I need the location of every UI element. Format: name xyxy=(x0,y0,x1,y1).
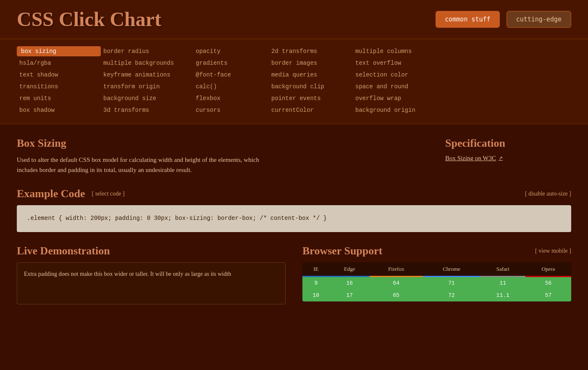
demo-box-container: Extra padding does not make this box wid… xyxy=(17,262,286,304)
nav-item-overflow-wrap[interactable]: overflow wrap xyxy=(353,93,445,103)
browser-cell: 9 xyxy=(302,276,330,289)
nav-item-3d-transforms[interactable]: 3d transforms xyxy=(101,105,193,115)
browser-cell: 56 xyxy=(525,276,571,289)
browser-col-firefox: Firefox xyxy=(370,262,423,277)
nav-item-transitions[interactable]: transitions xyxy=(17,82,101,92)
nav-item-text-overflow[interactable]: text overflow xyxy=(353,58,445,68)
spec-link[interactable]: Box Sizing on W3C ↗ xyxy=(445,155,571,162)
info-row: Box Sizing Used to alter the default CSS… xyxy=(17,137,571,175)
browser-cell: 71 xyxy=(423,276,480,289)
nav-item-media-queries[interactable]: media queries xyxy=(269,70,353,80)
nav-item-background-clip[interactable]: background clip xyxy=(269,82,353,92)
nav-item-box-sizing[interactable]: box sizing xyxy=(17,46,101,56)
browser-cell: 57 xyxy=(525,289,571,301)
browser-col-chrome: Chrome xyxy=(423,262,480,277)
example-code-title: Example Code xyxy=(17,188,85,200)
info-right: Specification Box Sizing on W3C ↗ xyxy=(445,137,571,175)
section-desc: Used to alter the default CSS box model … xyxy=(17,155,260,175)
header: CSS Click Chart common stuff cutting-edg… xyxy=(0,0,588,40)
nav-section: box sizingborder radiusopacity2d transfo… xyxy=(0,40,588,124)
nav-item-opacity[interactable]: opacity xyxy=(193,46,269,56)
nav-item-multiple-columns[interactable]: multiple columns xyxy=(353,46,445,56)
browser-col-opera: Opera xyxy=(525,262,571,277)
site-title: CSS Click Chart xyxy=(17,8,161,31)
code-block: .element { width: 200px; padding: 0 30px… xyxy=(17,205,571,232)
nav-item-hslargba[interactable]: hsla/rgba xyxy=(17,58,101,68)
nav-grid: box sizingborder radiusopacity2d transfo… xyxy=(17,46,571,115)
nav-item-background-origin[interactable]: background origin xyxy=(353,105,445,115)
nav-item-multiple-backgrounds[interactable]: multiple backgrounds xyxy=(101,58,193,68)
nav-item-background-size[interactable]: background size xyxy=(101,93,193,103)
browser-cell: 17 xyxy=(330,289,370,301)
disable-auto-size-link[interactable]: [ disable auto-size ] xyxy=(525,190,571,197)
browser-support-table: IEEdgeFirefoxChromeSafariOpera9166471115… xyxy=(302,262,571,301)
browser-cell: 72 xyxy=(423,289,480,301)
browser-cell: 11.1 xyxy=(480,289,525,301)
info-left: Box Sizing Used to alter the default CSS… xyxy=(17,137,428,175)
browser-section: Browser Support [ view mobile ] IEEdgeFi… xyxy=(302,245,571,304)
header-buttons: common stuff cutting-edge xyxy=(436,11,571,28)
spec-link-text: Box Sizing on W3C xyxy=(445,155,496,162)
external-link-icon: ↗ xyxy=(499,155,503,161)
nav-item-keyframe-animations[interactable]: keyframe animations xyxy=(101,70,193,80)
nav-item-selection-color[interactable]: selection color xyxy=(353,70,445,80)
nav-item-flexbox[interactable]: flexbox xyxy=(193,93,269,103)
bottom-row: Live Demonstration Extra padding does no… xyxy=(17,245,571,304)
nav-item-currentColor[interactable]: currentColor xyxy=(269,105,353,115)
live-demo-title: Live Demonstration xyxy=(17,245,286,257)
view-mobile-link[interactable]: [ view mobile ] xyxy=(535,248,571,254)
section-title: Box Sizing xyxy=(17,137,428,150)
example-title-row: Example Code [ select code ] xyxy=(17,188,125,200)
nav-item-space-and-round[interactable]: space and round xyxy=(353,82,445,92)
browser-support-title: Browser Support xyxy=(302,245,382,257)
nav-item-rem-units[interactable]: rem units xyxy=(17,93,101,103)
nav-item-pointer-events[interactable]: pointer events xyxy=(269,93,353,103)
nav-item-gradients[interactable]: gradients xyxy=(193,58,269,68)
nav-item-transform-origin[interactable]: transform origin xyxy=(101,82,193,92)
nav-item-border-images[interactable]: border images xyxy=(269,58,353,68)
browser-cell: 16 xyxy=(330,276,370,289)
nav-item-border-radius[interactable]: border radius xyxy=(101,46,193,56)
browser-cell: 11 xyxy=(480,276,525,289)
browser-cell: 65 xyxy=(370,289,423,301)
common-stuff-button[interactable]: common stuff xyxy=(436,11,499,28)
nav-item-2d-transforms[interactable]: 2d transforms xyxy=(269,46,353,56)
nav-item-text-shadow[interactable]: text shadow xyxy=(17,70,101,80)
browser-col-safari: Safari xyxy=(480,262,525,277)
cutting-edge-button[interactable]: cutting-edge xyxy=(507,11,571,28)
select-code-link[interactable]: [ select code ] xyxy=(92,190,125,197)
main-content: Box Sizing Used to alter the default CSS… xyxy=(0,124,588,317)
browser-table-row: 1017657211.157 xyxy=(302,289,571,301)
nav-item-cursors[interactable]: cursors xyxy=(193,105,269,115)
browser-cell: 10 xyxy=(302,289,330,301)
browser-header: Browser Support [ view mobile ] xyxy=(302,245,571,257)
nav-item-calc[interactable]: calc() xyxy=(193,82,269,92)
demo-box-text: Extra padding does not make this box wid… xyxy=(24,270,278,279)
browser-col-ie: IE xyxy=(302,262,330,277)
nav-item-box-shadow[interactable]: box shadow xyxy=(17,105,101,115)
example-header: Example Code [ select code ] [ disable a… xyxy=(17,188,571,200)
spec-title: Specification xyxy=(445,137,571,150)
browser-table-row: 91664711156 xyxy=(302,276,571,289)
nav-item-font-face[interactable]: @font-face xyxy=(193,70,269,80)
demo-section: Live Demonstration Extra padding does no… xyxy=(17,245,286,304)
browser-col-edge: Edge xyxy=(330,262,370,277)
browser-cell: 64 xyxy=(370,276,423,289)
